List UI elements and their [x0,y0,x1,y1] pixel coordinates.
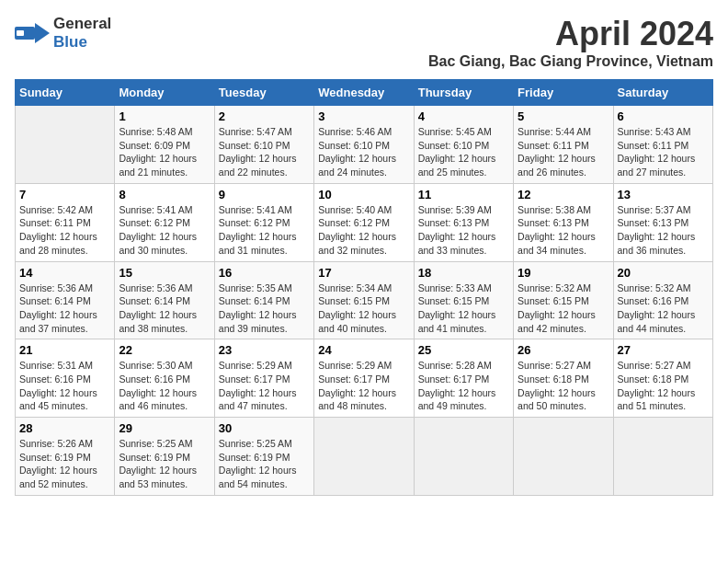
day-number: 24 [318,343,409,357]
day-number: 10 [318,188,409,201]
calendar-cell [16,106,115,184]
day-info: Sunrise: 5:31 AMSunset: 6:16 PMDaylight:… [19,359,110,413]
logo-icon [15,19,50,47]
calendar-cell: 23Sunrise: 5:29 AMSunset: 6:17 PMDayligh… [214,339,313,418]
day-number: 1 [119,109,210,123]
calendar-cell: 26Sunrise: 5:27 AMSunset: 6:18 PMDayligh… [514,339,613,418]
day-info: Sunrise: 5:30 AMSunset: 6:16 PMDaylight:… [119,359,210,413]
day-number: 11 [418,188,509,201]
calendar-week-row: 21Sunrise: 5:31 AMSunset: 6:16 PMDayligh… [16,339,713,418]
day-info: Sunrise: 5:43 AMSunset: 6:11 PMDaylight:… [618,125,709,179]
day-number: 23 [219,343,310,357]
calendar-cell: 18Sunrise: 5:33 AMSunset: 6:15 PMDayligh… [414,261,513,339]
calendar-cell: 28Sunrise: 5:26 AMSunset: 6:19 PMDayligh… [16,418,115,496]
svg-marker-1 [35,23,50,43]
day-info: Sunrise: 5:32 AMSunset: 6:16 PMDaylight:… [618,282,709,336]
title-area: April 2024 Bac Giang, Bac Giang Province… [428,15,713,70]
header-cell-tuesday: Tuesday [214,80,313,106]
calendar-cell: 9Sunrise: 5:41 AMSunset: 6:12 PMDaylight… [214,183,313,261]
day-info: Sunrise: 5:33 AMSunset: 6:15 PMDaylight:… [418,282,509,336]
calendar-cell: 12Sunrise: 5:38 AMSunset: 6:13 PMDayligh… [514,183,613,261]
day-number: 4 [418,109,509,123]
day-number: 21 [19,343,110,357]
calendar-cell: 4Sunrise: 5:45 AMSunset: 6:10 PMDaylight… [414,106,513,184]
day-info: Sunrise: 5:40 AMSunset: 6:12 PMDaylight:… [318,203,409,258]
calendar-cell: 30Sunrise: 5:25 AMSunset: 6:19 PMDayligh… [214,418,313,496]
calendar-cell: 5Sunrise: 5:44 AMSunset: 6:11 PMDaylight… [514,106,613,184]
day-info: Sunrise: 5:41 AMSunset: 6:12 PMDaylight:… [119,203,210,258]
calendar-cell: 24Sunrise: 5:29 AMSunset: 6:17 PMDayligh… [314,339,414,418]
day-number: 9 [219,188,310,201]
calendar-week-row: 1Sunrise: 5:48 AMSunset: 6:09 PMDaylight… [16,106,713,184]
calendar-week-row: 14Sunrise: 5:36 AMSunset: 6:14 PMDayligh… [16,261,713,339]
day-number: 14 [19,266,110,280]
calendar-header-row: SundayMondayTuesdayWednesdayThursdayFrid… [16,80,713,106]
calendar-cell: 6Sunrise: 5:43 AMSunset: 6:11 PMDaylight… [613,106,712,184]
calendar-cell: 17Sunrise: 5:34 AMSunset: 6:15 PMDayligh… [314,261,414,339]
day-info: Sunrise: 5:34 AMSunset: 6:15 PMDaylight:… [318,282,409,336]
day-number: 18 [418,266,509,280]
day-info: Sunrise: 5:25 AMSunset: 6:19 PMDaylight:… [219,437,310,491]
svg-rect-2 [17,30,24,36]
day-number: 20 [618,266,709,280]
logo-general: General [53,15,111,32]
day-number: 7 [19,188,110,201]
calendar-cell: 25Sunrise: 5:28 AMSunset: 6:17 PMDayligh… [414,339,513,418]
day-number: 17 [318,266,409,280]
day-info: Sunrise: 5:32 AMSunset: 6:15 PMDaylight:… [518,282,609,336]
day-number: 25 [418,343,509,357]
calendar-cell [414,418,513,496]
calendar-cell: 21Sunrise: 5:31 AMSunset: 6:16 PMDayligh… [16,339,115,418]
calendar-week-row: 7Sunrise: 5:42 AMSunset: 6:11 PMDaylight… [16,183,713,261]
calendar-cell: 1Sunrise: 5:48 AMSunset: 6:09 PMDaylight… [115,106,214,184]
day-number: 5 [518,109,609,123]
calendar-cell: 3Sunrise: 5:46 AMSunset: 6:10 PMDaylight… [314,106,414,184]
day-number: 15 [119,266,210,280]
calendar-cell: 27Sunrise: 5:27 AMSunset: 6:18 PMDayligh… [613,339,712,418]
day-info: Sunrise: 5:36 AMSunset: 6:14 PMDaylight:… [119,282,210,336]
day-number: 13 [618,188,709,201]
header-cell-sunday: Sunday [16,80,115,106]
calendar-cell: 2Sunrise: 5:47 AMSunset: 6:10 PMDaylight… [214,106,313,184]
header: General Blue April 2024 Bac Giang, Bac G… [15,15,713,70]
day-number: 27 [618,343,709,357]
day-info: Sunrise: 5:44 AMSunset: 6:11 PMDaylight:… [518,125,609,179]
day-number: 16 [219,266,310,280]
month-title: April 2024 [428,15,713,53]
logo-blue: Blue [53,33,87,51]
day-number: 28 [19,421,110,435]
day-info: Sunrise: 5:35 AMSunset: 6:14 PMDaylight:… [219,282,310,336]
calendar-body: 1Sunrise: 5:48 AMSunset: 6:09 PMDaylight… [16,106,713,496]
day-number: 26 [518,343,609,357]
calendar-cell [514,418,613,496]
header-cell-thursday: Thursday [414,80,513,106]
day-info: Sunrise: 5:39 AMSunset: 6:13 PMDaylight:… [418,203,509,258]
day-number: 6 [618,109,709,123]
day-info: Sunrise: 5:36 AMSunset: 6:14 PMDaylight:… [19,282,110,336]
calendar-week-row: 28Sunrise: 5:26 AMSunset: 6:19 PMDayligh… [16,418,713,496]
day-info: Sunrise: 5:27 AMSunset: 6:18 PMDaylight:… [518,359,609,413]
calendar-cell: 14Sunrise: 5:36 AMSunset: 6:14 PMDayligh… [16,261,115,339]
calendar-cell: 10Sunrise: 5:40 AMSunset: 6:12 PMDayligh… [314,183,414,261]
logo: General Blue [15,15,111,52]
day-info: Sunrise: 5:48 AMSunset: 6:09 PMDaylight:… [119,125,210,179]
day-info: Sunrise: 5:41 AMSunset: 6:12 PMDaylight:… [219,203,310,258]
calendar-cell: 16Sunrise: 5:35 AMSunset: 6:14 PMDayligh… [214,261,313,339]
header-cell-saturday: Saturday [613,80,712,106]
calendar-cell: 22Sunrise: 5:30 AMSunset: 6:16 PMDayligh… [115,339,214,418]
day-info: Sunrise: 5:28 AMSunset: 6:17 PMDaylight:… [418,359,509,413]
header-cell-monday: Monday [115,80,214,106]
calendar-table: SundayMondayTuesdayWednesdayThursdayFrid… [15,79,713,496]
day-info: Sunrise: 5:26 AMSunset: 6:19 PMDaylight:… [19,437,110,491]
day-number: 12 [518,188,609,201]
day-info: Sunrise: 5:46 AMSunset: 6:10 PMDaylight:… [318,125,409,179]
calendar-cell: 29Sunrise: 5:25 AMSunset: 6:19 PMDayligh… [115,418,214,496]
day-number: 19 [518,266,609,280]
day-info: Sunrise: 5:29 AMSunset: 6:17 PMDaylight:… [219,359,310,413]
calendar-cell: 20Sunrise: 5:32 AMSunset: 6:16 PMDayligh… [613,261,712,339]
day-info: Sunrise: 5:38 AMSunset: 6:13 PMDaylight:… [518,203,609,258]
calendar-cell [613,418,712,496]
calendar-cell: 15Sunrise: 5:36 AMSunset: 6:14 PMDayligh… [115,261,214,339]
calendar-cell: 19Sunrise: 5:32 AMSunset: 6:15 PMDayligh… [514,261,613,339]
day-info: Sunrise: 5:42 AMSunset: 6:11 PMDaylight:… [19,203,110,258]
